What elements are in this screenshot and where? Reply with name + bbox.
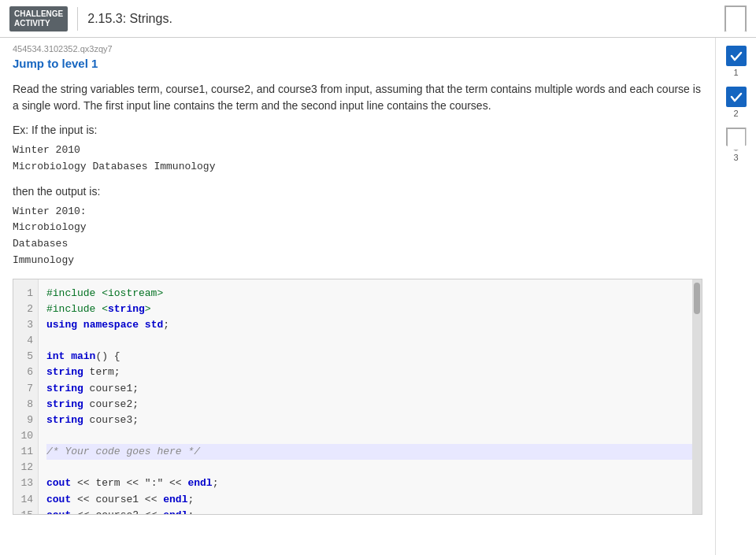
content-area: 454534.3102352.qx3zqy7 Jump to level 1 R… [0, 38, 715, 555]
bookmark-icon[interactable] [724, 6, 747, 32]
level-check-1 [726, 46, 747, 66]
level-item-3[interactable]: 3 [726, 128, 747, 167]
example-label: Ex: If the input is: [13, 124, 702, 136]
level-number-1: 1 [733, 68, 738, 77]
main-layout: 454534.3102352.qx3zqy7 Jump to level 1 R… [0, 38, 756, 555]
level-item-1[interactable]: 1 [726, 46, 747, 82]
submission-id: 454534.3102352.qx3zqy7 [13, 38, 702, 57]
code-editor[interactable]: 1234567891011121314151617 #include <iost… [13, 279, 702, 515]
page-title: 2.15.3: Strings. [87, 12, 724, 26]
jump-to-level-link[interactable]: Jump to level 1 [13, 57, 702, 70]
level-shield-3 [726, 128, 747, 151]
editor-code[interactable]: #include <iostream>#include <string>usin… [39, 279, 702, 514]
description-text: Read the string variables term, course1,… [13, 81, 702, 114]
then-label: then the output is: [13, 185, 702, 198]
challenge-badge: CHALLENGE ACTIVITY [9, 6, 68, 31]
output-example: Winter 2010: Microbiology Databases Immu… [13, 204, 702, 269]
level-number-2: 2 [733, 109, 738, 118]
level-item-2[interactable]: 2 [726, 87, 747, 123]
header-divider [77, 7, 78, 31]
level-number-3: 3 [733, 153, 738, 162]
header: CHALLENGE ACTIVITY 2.15.3: Strings. [0, 0, 756, 38]
scrollbar-thumb[interactable] [694, 283, 700, 314]
scrollbar[interactable] [692, 279, 702, 514]
input-example: Winter 2010 Microbiology Databases Immun… [13, 142, 702, 176]
level-check-2 [726, 87, 747, 107]
line-numbers: 1234567891011121314151617 [13, 279, 39, 514]
levels-sidebar: 123 [715, 38, 756, 555]
